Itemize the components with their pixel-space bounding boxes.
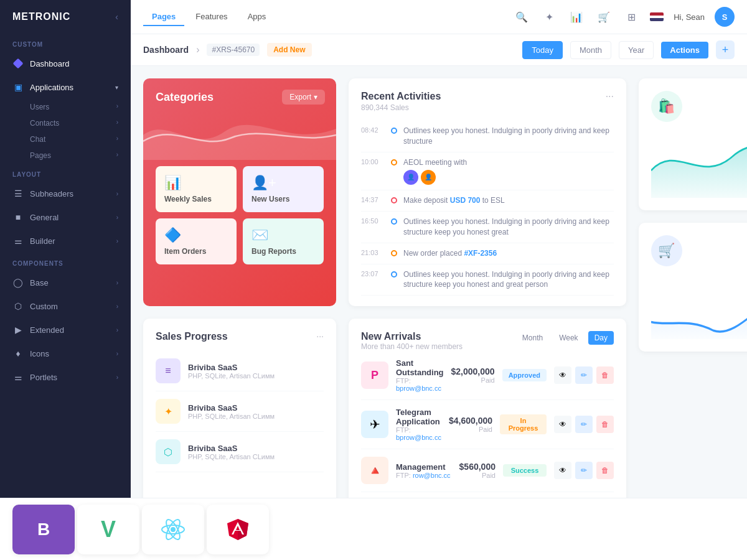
- delete-button-2[interactable]: 🗑: [596, 416, 614, 433]
- arr-icon-2: ✈: [361, 411, 388, 438]
- nav-link-features[interactable]: Features: [187, 8, 236, 26]
- sp-name-1: Briviba SaaS: [188, 363, 324, 372]
- export-button[interactable]: Export ▾: [282, 90, 325, 105]
- tile-bug-reports[interactable]: ✉️ Bug Reports: [243, 218, 324, 264]
- activity-text-2: AEOL meeting with 👤 👤: [403, 157, 614, 185]
- sidebar-subheaders-label: Subheaders: [30, 189, 73, 198]
- dashboard-icon: [12, 58, 24, 69]
- activity-text-1: Outlines keep you honest. Indulging in p…: [403, 126, 614, 147]
- arr-paid-3: Paid: [459, 472, 496, 479]
- status-badge-1: Approved: [502, 369, 547, 381]
- sidebar-item-builder[interactable]: ⚌ Builder ›: [0, 229, 131, 253]
- sidebar: METRONIC ‹ CUSTOM Dashboard ▣ Applicatio…: [0, 0, 131, 560]
- list-item: 08:42 Outlines keep you honest. Indulgin…: [361, 121, 614, 152]
- sidebar-item-extended[interactable]: ▶ Extended ›: [0, 318, 131, 342]
- ref-badge: #XRS-45670: [207, 44, 260, 56]
- network-icon[interactable]: ✦: [540, 8, 558, 26]
- sidebar-item-contacts[interactable]: Contacts ›: [0, 115, 131, 131]
- list-item: 10:00 AEOL meeting with 👤 👤: [361, 152, 614, 191]
- add-button[interactable]: +: [716, 40, 735, 59]
- wave-chart: [143, 110, 336, 160]
- tile-new-users[interactable]: 👤+ New Users: [243, 166, 324, 212]
- edit-button-2[interactable]: ✏: [575, 416, 593, 433]
- sp-avatar-2: ✦: [156, 399, 181, 424]
- vue-logo[interactable]: V: [77, 505, 139, 554]
- sidebar-item-custom[interactable]: ⬡ Custom ›: [0, 294, 131, 318]
- year-button[interactable]: Year: [619, 41, 654, 59]
- base-icon: ◯: [12, 277, 24, 288]
- icons-icon: ♦: [12, 348, 24, 359]
- activity-time-4: 16:50: [361, 217, 385, 225]
- sales-progress-menu-icon[interactable]: ···: [316, 331, 324, 341]
- nav-link-apps[interactable]: Apps: [239, 8, 275, 26]
- contacts-chevron-icon: ›: [116, 119, 118, 128]
- item-orders-icon: 🔷: [164, 227, 228, 243]
- angular-logo[interactable]: [207, 505, 269, 554]
- cart-icon[interactable]: 🛒: [595, 8, 613, 26]
- activities-card: Recent Activities 890,344 Sales ··· 08:4…: [349, 78, 626, 306]
- tab-month[interactable]: Month: [516, 331, 549, 345]
- view-button-2[interactable]: 👁: [554, 416, 571, 433]
- portlets-icon: ⚌: [12, 371, 24, 383]
- activity-dot-6: [391, 271, 397, 278]
- view-button-3[interactable]: 👁: [554, 462, 571, 479]
- tab-week[interactable]: Week: [553, 331, 584, 345]
- avatar[interactable]: S: [715, 7, 735, 27]
- builder-chevron-icon: ›: [116, 238, 118, 245]
- tile-item-orders[interactable]: 🔷 Item Orders: [156, 218, 237, 264]
- breadcrumb-dashboard[interactable]: Dashboard: [143, 45, 189, 55]
- tab-day[interactable]: Day: [588, 331, 614, 345]
- sidebar-item-base[interactable]: ◯ Base ›: [0, 271, 131, 294]
- today-button[interactable]: Today: [522, 41, 563, 59]
- sidebar-item-users[interactable]: Users ›: [0, 99, 131, 115]
- tile-weekly-sales[interactable]: 📊 Weekly Sales: [156, 166, 237, 212]
- subheaders-icon: ☰: [12, 188, 24, 199]
- avatar-2: 👤: [421, 170, 436, 185]
- delete-button-3[interactable]: 🗑: [596, 462, 614, 479]
- activity-list: 08:42 Outlines keep you honest. Indulgin…: [361, 121, 614, 296]
- sidebar-item-portlets[interactable]: ⚌ Portlets ›: [0, 365, 131, 389]
- arr-ftp-1: FTP: bprow@bnc.cc: [396, 377, 444, 392]
- arr-ftp-3: FTP: row@bnc.cc: [396, 472, 452, 479]
- table-row: P Sant Outstanding FTP: bprow@bnc.cc $2,…: [361, 351, 614, 400]
- activities-menu-icon[interactable]: ···: [606, 91, 614, 102]
- add-new-button[interactable]: Add New: [267, 43, 311, 57]
- sidebar-item-dashboard[interactable]: Dashboard: [0, 52, 131, 75]
- portlets-chevron-icon: ›: [116, 374, 118, 381]
- arr-name-1: Sant Outstanding: [396, 358, 444, 377]
- month-button[interactable]: Month: [570, 41, 611, 59]
- income-card: 🛍️ 750$ Weekly Income: [639, 78, 747, 210]
- components-section-label: COMPONENTS: [0, 253, 131, 271]
- sp-name-2: Briviba SaaS: [188, 403, 324, 413]
- search-icon[interactable]: 🔍: [513, 8, 530, 26]
- sidebar-item-subheaders[interactable]: ☰ Subheaders ›: [0, 182, 131, 205]
- base-chevron-icon: ›: [116, 279, 118, 286]
- arr-price-1: $2,000,000: [451, 366, 495, 376]
- custom-section-label: CUSTOM: [0, 34, 131, 52]
- nav-link-pages[interactable]: Pages: [143, 8, 184, 26]
- grid-icon[interactable]: ⊞: [622, 8, 640, 26]
- category-grid: 📊 Weekly Sales 👤+ New Users 🔷 Item Order…: [156, 166, 324, 264]
- chart-icon[interactable]: 📊: [568, 8, 585, 26]
- actions-button[interactable]: Actions: [661, 42, 708, 58]
- flag-icon[interactable]: [650, 12, 664, 21]
- bootstrap-logo[interactable]: B: [12, 505, 75, 554]
- icons-chevron-icon: ›: [116, 350, 118, 357]
- sidebar-collapse-icon[interactable]: ‹: [115, 12, 118, 22]
- custom-icon: ⬡: [12, 301, 24, 312]
- sidebar-item-icons[interactable]: ♦ Icons ›: [0, 342, 131, 365]
- arr-price-3: $560,000: [459, 462, 496, 472]
- edit-button-1[interactable]: ✏: [575, 366, 593, 384]
- sidebar-item-pages[interactable]: Pages ›: [0, 147, 131, 164]
- sidebar-chat-label: Chat: [30, 135, 45, 144]
- delete-button-1[interactable]: 🗑: [596, 366, 614, 384]
- sidebar-item-general[interactable]: ■ General ›: [0, 205, 131, 229]
- activity-time-1: 08:42: [361, 126, 385, 134]
- react-logo[interactable]: [142, 505, 204, 554]
- sidebar-logo: METRONIC ‹: [0, 0, 131, 34]
- view-button-1[interactable]: 👁: [554, 366, 571, 384]
- sidebar-item-chat[interactable]: Chat ›: [0, 131, 131, 147]
- sidebar-item-applications[interactable]: ▣ Applications ▾: [0, 75, 131, 99]
- edit-button-3[interactable]: ✏: [575, 462, 593, 479]
- activity-time-2: 10:00: [361, 158, 385, 166]
